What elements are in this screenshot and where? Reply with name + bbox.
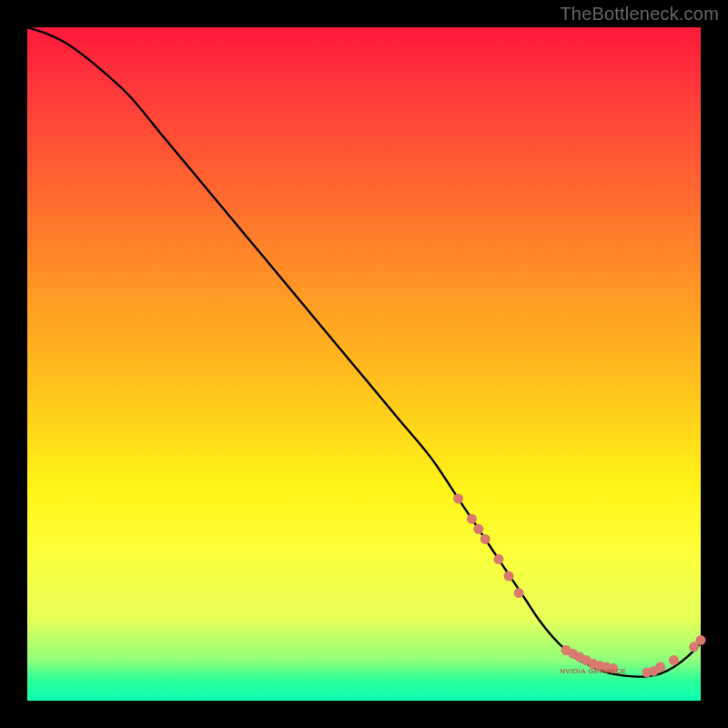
marker-dot: [453, 494, 463, 504]
marker-dot: [473, 524, 483, 534]
bottom-category-label: NVIDIA GEFORCE: [560, 667, 626, 675]
marker-dot: [655, 662, 665, 672]
marker-dot: [467, 514, 477, 524]
bottleneck-curve: [27, 27, 701, 677]
watermark-text: TheBottleneck.com: [560, 4, 719, 25]
marker-dot: [696, 635, 706, 645]
marker-dot: [514, 588, 524, 598]
marker-dot: [494, 554, 504, 564]
chart-svg: [27, 27, 701, 701]
chart-stage: TheBottleneck.com NVIDIA GEFORCE: [0, 0, 728, 728]
marker-dot: [669, 655, 679, 665]
data-markers: [453, 494, 705, 678]
plot-area: NVIDIA GEFORCE: [27, 27, 701, 701]
marker-dot: [504, 571, 514, 581]
marker-dot: [480, 534, 490, 544]
